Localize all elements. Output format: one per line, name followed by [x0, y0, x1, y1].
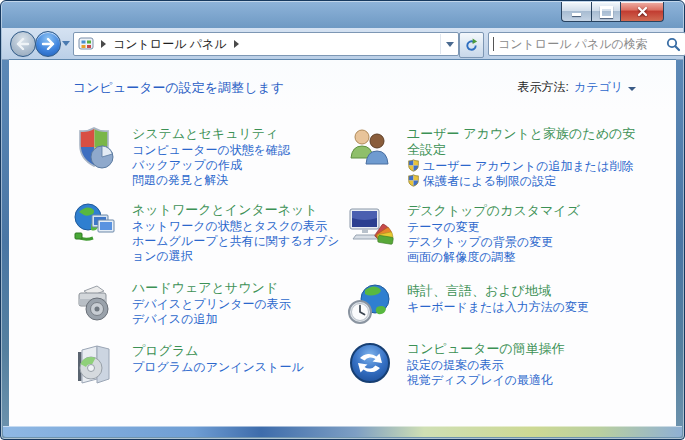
- category-task-link[interactable]: ユーザー アカウントの追加または削除: [407, 159, 642, 174]
- view-by-label: 表示方法:: [518, 79, 569, 96]
- address-dropdown-button[interactable]: [440, 34, 458, 54]
- category-texts: デスクトップのカスタマイズテーマの変更デスクトップの背景の変更画面の解像度の調整: [407, 201, 580, 265]
- user-accounts-icon[interactable]: [346, 124, 394, 172]
- category-title[interactable]: システムとセキュリティ: [132, 126, 290, 142]
- category-task-link[interactable]: デバイスの追加: [132, 312, 291, 327]
- category-title[interactable]: ハードウェアとサウンド: [132, 280, 291, 296]
- category-task-link[interactable]: プログラムのアンインストール: [132, 360, 304, 375]
- forward-arrow-icon: [41, 38, 55, 50]
- uac-shield-icon: [407, 174, 420, 187]
- category-texts: 時計、言語、および地域キーボードまたは入力方法の変更: [407, 281, 589, 329]
- category-column-left: システムとセキュリティコンピューターの状態を確認バックアップの作成問題の発見と解…: [71, 124, 345, 389]
- category-section: ハードウェアとサウンドデバイスとプリンターの表示デバイスの追加: [71, 278, 345, 327]
- category-texts: コンピューターの簡単操作設定の提案の表示視覚ディスプレイの最適化: [407, 339, 565, 388]
- refresh-icon: [464, 38, 479, 53]
- category-section: プログラムプログラムのアンインストール: [71, 341, 345, 389]
- category-task-link[interactable]: 画面の解像度の調整: [407, 250, 580, 265]
- search-box: [488, 32, 685, 56]
- category-task-link[interactable]: テーマの変更: [407, 220, 580, 235]
- refresh-button[interactable]: [459, 32, 484, 58]
- minimize-icon: [572, 13, 581, 16]
- window-controls: [561, 2, 664, 22]
- category-task-link[interactable]: 問題の発見と解決: [132, 173, 290, 188]
- address-bar[interactable]: コントロール パネル: [73, 32, 459, 56]
- category-column-right: ユーザー アカウントと家族のための安全設定ユーザー アカウントの追加または削除保…: [346, 124, 642, 388]
- chevron-down-icon: [446, 42, 454, 47]
- text-caret: [493, 37, 494, 51]
- maximize-icon: [600, 6, 613, 18]
- category-section: コンピューターの簡単操作設定の提案の表示視覚ディスプレイの最適化: [346, 339, 642, 388]
- chevron-down-icon[interactable]: [628, 87, 636, 91]
- category-task-link[interactable]: 設定の提案の表示: [407, 358, 565, 373]
- category-section: ユーザー アカウントと家族のための安全設定ユーザー アカウントの追加または削除保…: [346, 124, 642, 189]
- uac-shield-icon: [407, 159, 420, 172]
- control-panel-icon: [78, 36, 94, 52]
- close-button[interactable]: [621, 2, 664, 22]
- category-task-link[interactable]: ホームグループと共有に関するオプションの選択: [132, 234, 345, 264]
- page-title: コンピューターの設定を調整します: [73, 79, 284, 97]
- ease-access-icon[interactable]: [346, 339, 394, 387]
- navigation-bar: コントロール パネル: [2, 28, 683, 60]
- forward-button[interactable]: [35, 31, 61, 57]
- appearance-icon[interactable]: [346, 201, 394, 249]
- category-texts: プログラムプログラムのアンインストール: [132, 341, 304, 389]
- view-by-control: 表示方法: カテゴリ: [518, 79, 636, 96]
- search-icon[interactable]: [665, 36, 681, 52]
- category-task-link[interactable]: 視覚ディスプレイの最適化: [407, 373, 565, 388]
- category-task-link[interactable]: デスクトップの背景の変更: [407, 235, 580, 250]
- category-title[interactable]: コンピューターの簡単操作: [407, 341, 565, 357]
- breadcrumb-arrow-icon[interactable]: [101, 40, 106, 48]
- category-task-link[interactable]: キーボードまたは入力方法の変更: [407, 300, 589, 315]
- category-task-link[interactable]: デバイスとプリンターの表示: [132, 297, 291, 312]
- category-title[interactable]: 時計、言語、および地域: [407, 283, 589, 299]
- network-internet-icon[interactable]: [71, 200, 119, 248]
- category-texts: ハードウェアとサウンドデバイスとプリンターの表示デバイスの追加: [132, 278, 291, 327]
- category-section: 時計、言語、および地域キーボードまたは入力方法の変更: [346, 281, 642, 329]
- category-task-link[interactable]: 保護者による制限の設定: [407, 174, 642, 189]
- system-security-icon[interactable]: [71, 124, 119, 172]
- breadcrumb-arrow-icon[interactable]: [234, 40, 239, 48]
- control-panel-home: コンピューターの設定を調整します 表示方法: カテゴリ システムとセキュリティコ…: [9, 59, 676, 427]
- category-section: デスクトップのカスタマイズテーマの変更デスクトップの背景の変更画面の解像度の調整: [346, 201, 642, 265]
- explorer-window: コントロール パネル コンピューターの設定を調整します 表示方法: カテゴリ: [0, 0, 685, 440]
- category-title[interactable]: ネットワークとインターネット: [132, 202, 345, 218]
- clock-region-icon[interactable]: [346, 281, 394, 329]
- category-task-link[interactable]: コンピューターの状態を確認: [132, 143, 290, 158]
- close-icon: [637, 6, 648, 17]
- category-texts: ユーザー アカウントと家族のための安全設定ユーザー アカウントの追加または削除保…: [407, 124, 642, 189]
- category-title[interactable]: ユーザー アカウントと家族のための安全設定: [407, 126, 642, 158]
- minimize-button[interactable]: [561, 2, 591, 22]
- category-task-link[interactable]: バックアップの作成: [132, 158, 290, 173]
- programs-icon[interactable]: [71, 341, 119, 389]
- breadcrumb-item-control-panel[interactable]: コントロール パネル: [113, 36, 227, 53]
- back-arrow-icon: [16, 38, 30, 50]
- maximize-button[interactable]: [591, 2, 621, 22]
- hardware-sound-icon[interactable]: [71, 278, 119, 326]
- category-title[interactable]: プログラム: [132, 343, 304, 359]
- category-section: システムとセキュリティコンピューターの状態を確認バックアップの作成問題の発見と解…: [71, 124, 345, 188]
- view-by-value-link[interactable]: カテゴリ: [574, 79, 623, 96]
- category-task-link[interactable]: ネットワークの状態とタスクの表示: [132, 219, 345, 234]
- category-title[interactable]: デスクトップのカスタマイズ: [407, 203, 580, 219]
- recent-pages-dropdown[interactable]: [62, 41, 70, 46]
- window-bottom-frame: [3, 426, 682, 437]
- category-texts: ネットワークとインターネットネットワークの状態とタスクの表示ホームグループと共有…: [132, 200, 345, 264]
- category-section: ネットワークとインターネットネットワークの状態とタスクの表示ホームグループと共有…: [71, 200, 345, 264]
- content-header: コンピューターの設定を調整します 表示方法: カテゴリ: [9, 60, 676, 112]
- category-texts: システムとセキュリティコンピューターの状態を確認バックアップの作成問題の発見と解…: [132, 124, 290, 188]
- back-button[interactable]: [10, 31, 36, 57]
- search-input[interactable]: [496, 36, 665, 52]
